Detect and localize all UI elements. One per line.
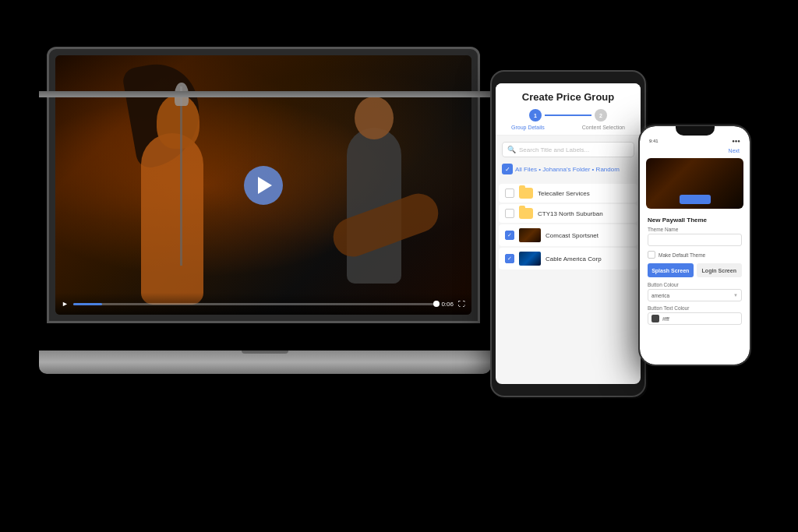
laptop-device: ► 0:06 ⛶ [39, 47, 491, 374]
list-item[interactable]: Comcast Sportsnet [499, 224, 637, 246]
button-colour-value: america [651, 293, 669, 298]
screen-type-buttons: Splash Screen Login Screen [648, 263, 742, 277]
volume-icon[interactable]: ► [62, 300, 69, 308]
step-connector-line [545, 115, 591, 116]
step-labels: Group Details Content Selection [503, 125, 633, 130]
phone-time: 9:41 [649, 139, 659, 143]
phone-device: 9:41 ●●● Next New Paywall Theme Theme Na… [638, 125, 751, 366]
laptop-screen-outer: ► 0:06 ⛶ [47, 47, 480, 323]
tablet-file-list: Telecaller Services CTY13 North Suburban… [496, 179, 641, 384]
tablet-search-bar[interactable]: 🔍 Search Title and Labels... [502, 142, 634, 157]
tablet-device: Create Price Group 1 2 Group Details Con… [490, 70, 646, 397]
phone-next-button[interactable]: Next [725, 146, 743, 155]
video-play-button[interactable] [244, 166, 283, 205]
tablet-screen: Create Price Group 1 2 Group Details Con… [496, 83, 641, 384]
step-1-circle: 1 [529, 109, 542, 122]
folder-icon-2 [519, 208, 533, 219]
color-swatch [651, 315, 659, 322]
laptop-hinge [39, 91, 491, 97]
theme-name-input[interactable] [648, 234, 742, 246]
video-thumb-4 [519, 252, 541, 266]
tablet-content: Create Price Group 1 2 Group Details Con… [496, 83, 641, 384]
button-text-colour-label: Button Text Colour [648, 305, 742, 311]
item-name-2: CTY13 North Suburban [538, 210, 631, 217]
color-hex-value: #fff [662, 316, 669, 322]
step-2-circle: 2 [595, 109, 607, 122]
progress-fill [73, 303, 102, 305]
button-colour-label: Button Colour [648, 282, 742, 287]
tablet-steps: 1 2 [503, 109, 633, 122]
button-text-colour-input[interactable]: #fff [648, 312, 742, 325]
phone-notch [676, 126, 715, 136]
default-theme-checkbox[interactable] [648, 251, 655, 259]
default-theme-row: Make Default Theme [648, 251, 742, 259]
item-checkbox-1[interactable] [505, 188, 514, 198]
phone-form: Theme Name Make Default Theme Splash Scr… [640, 227, 750, 365]
phone-status-bar: 9:41 ●●● [640, 137, 750, 146]
phone-navbar: Next [640, 146, 750, 158]
folder-icon-1 [519, 188, 533, 199]
breadcrumb-check-icon [502, 164, 513, 174]
guitarist-silhouette [331, 89, 448, 284]
button-colour-dropdown[interactable]: america ▼ [648, 289, 742, 301]
phone-content: 9:41 ●●● Next New Paywall Theme Theme Na… [640, 126, 750, 365]
phone-screen: 9:41 ●●● Next New Paywall Theme Theme Na… [640, 126, 750, 365]
phone-section-title: New Paywall Theme [640, 215, 750, 227]
scene: ► 0:06 ⛶ Create Price Group [0, 0, 798, 532]
video-controls-bar: ► 0:06 ⛶ [55, 293, 471, 315]
item-name-4: Cable America Corp [546, 255, 631, 262]
laptop-base [39, 351, 491, 374]
video-progress-bar[interactable] [73, 303, 437, 305]
video-time: 0:06 [441, 301, 454, 308]
mic-stand [180, 86, 182, 266]
tablet-header: Create Price Group 1 2 Group Details Con… [496, 83, 641, 136]
step-1-label: Group Details [511, 125, 545, 130]
guitarist-head [355, 97, 394, 139]
progress-dot [433, 301, 440, 307]
item-name-1: Telecaller Services [538, 190, 631, 197]
search-placeholder-text: Search Title and Labels... [519, 146, 589, 153]
item-checkbox-3[interactable] [505, 231, 514, 240]
login-screen-button[interactable]: Login Screen [697, 263, 743, 277]
tablet-title: Create Price Group [503, 91, 633, 103]
theme-name-label: Theme Name [648, 227, 742, 232]
video-thumb-3 [519, 228, 541, 242]
step-2-label: Content Selection [582, 125, 625, 130]
phone-signal: ●●● [732, 139, 740, 143]
phone-hero-image [646, 158, 743, 209]
splash-screen-button[interactable]: Splash Screen [648, 263, 694, 277]
item-checkbox-4[interactable] [505, 254, 514, 263]
list-item[interactable]: Telecaller Services [499, 184, 637, 203]
list-item[interactable]: Cable America Corp [499, 248, 637, 270]
item-checkbox-2[interactable] [505, 209, 514, 218]
item-name-3: Comcast Sportsnet [546, 232, 631, 239]
tablet-breadcrumb: All Files • Johanna's Folder • Random [496, 164, 641, 179]
fullscreen-icon[interactable]: ⛶ [458, 300, 465, 308]
dropdown-arrow-1: ▼ [733, 293, 738, 298]
default-theme-label: Make Default Theme [659, 252, 705, 258]
search-icon: 🔍 [507, 146, 516, 153]
breadcrumb-path: All Files • Johanna's Folder • Random [515, 166, 620, 173]
list-item[interactable]: CTY13 North Suburban [499, 204, 637, 223]
singer-body [141, 133, 203, 305]
